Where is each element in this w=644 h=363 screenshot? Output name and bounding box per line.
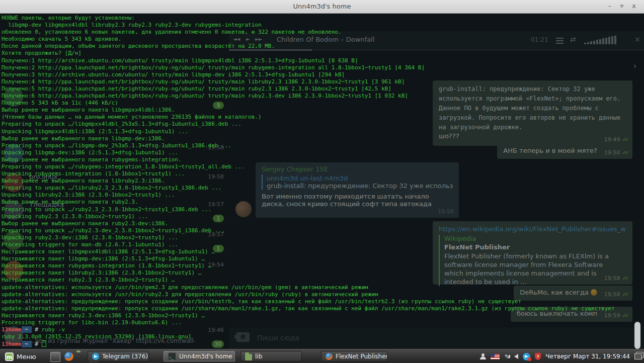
firefox-launcher-icon[interactable] <box>64 352 73 361</box>
mint-logo-icon: m <box>5 352 14 361</box>
taskbar-item-lib[interactable]: lib <box>240 351 302 361</box>
terminal-icon <box>168 352 176 360</box>
menu-button[interactable]: m Меню <box>2 350 39 362</box>
close-button[interactable]: x <box>629 2 639 10</box>
firewall-shield-icon[interactable]: x <box>535 353 541 360</box>
taskbar-item-telegram[interactable]: Telegram (376) <box>88 351 149 361</box>
system-tray: ✎ x Четверг Март 31, 19:59:44 <box>480 349 642 363</box>
taskbar-item-label: Telegram (376) <box>102 353 148 360</box>
taskbar-item-label: Unn4m3d's home <box>179 353 232 360</box>
keyboard-layout-us-flag-icon[interactable] <box>491 354 500 359</box>
taskbar-item-flexnet[interactable]: FlexNet Publisher - ... <box>321 351 387 361</box>
terminal-titlebar[interactable]: Unn4m3d's home – + x <box>0 0 644 14</box>
show-desktop-icon[interactable] <box>50 352 60 362</box>
user-account-icon[interactable] <box>480 353 486 359</box>
terminal-output: НОВЫЕ пакеты, которые будут установлены:… <box>2 15 643 347</box>
taskbar-clock[interactable]: Четверг Март 31, 19:59:44 <box>545 353 630 360</box>
window-list-icon[interactable] <box>634 353 642 359</box>
desktop: 919:58pro.linux19:58Тлещадка19:57119:571… <box>0 0 644 363</box>
minimize-button[interactable]: – <box>605 2 615 10</box>
telegram-tray-icon[interactable] <box>523 353 530 360</box>
window-title: Unn4m3d's home <box>0 3 644 10</box>
maximize-button[interactable]: + <box>617 2 627 10</box>
taskbar: m Меню Telegram (376) Unn4m3d's home lib… <box>0 349 644 363</box>
taskbar-item-label: FlexNet Publisher - ... <box>336 353 387 360</box>
telegram-scrollbar[interactable] <box>634 322 640 349</box>
taskbar-item-terminal[interactable]: Unn4m3d's home <box>164 351 235 361</box>
folder-icon <box>245 354 252 360</box>
firefox-icon <box>326 353 333 360</box>
menu-label: Меню <box>17 353 36 360</box>
terminal-window[interactable]: НОВЫЕ пакеты, которые будут установлены:… <box>0 14 644 349</box>
taskbar-item-label: lib <box>255 353 262 360</box>
telegram-icon <box>92 353 99 360</box>
volume-icon[interactable] <box>514 354 518 359</box>
